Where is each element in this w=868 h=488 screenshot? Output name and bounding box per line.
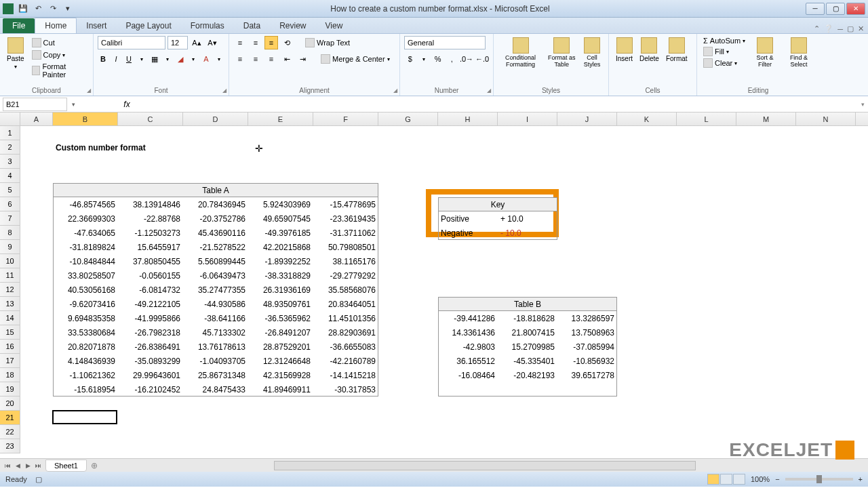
column-header-C[interactable]: C — [118, 113, 183, 125]
merge-center-button[interactable]: Merge & Center▾ — [319, 54, 392, 64]
table-a-cell[interactable]: -6.0814732 — [118, 283, 183, 297]
row-header-15[interactable]: 15 — [0, 325, 20, 340]
borders-button[interactable]: ▦ — [149, 52, 160, 66]
last-sheet-icon[interactable]: ⏭ — [33, 462, 43, 469]
row-header-8[interactable]: 8 — [0, 226, 20, 240]
table-a-cell[interactable]: 45.7133302 — [183, 325, 248, 340]
tab-formulas[interactable]: Formulas — [181, 18, 234, 33]
next-sheet-icon[interactable]: ▶ — [23, 462, 33, 469]
comma-button[interactable]: , — [446, 52, 458, 66]
table-a-cell[interactable]: 38.1165176 — [313, 254, 378, 268]
tab-view[interactable]: View — [316, 18, 353, 33]
table-a-cell[interactable]: -36.5365962 — [248, 311, 313, 325]
table-b-cell[interactable]: 15.2709985 — [498, 340, 557, 354]
row-header-10[interactable]: 10 — [0, 254, 20, 268]
table-b-cell[interactable]: 39.6517278 — [557, 368, 617, 382]
qat-dropdown-icon[interactable]: ▾ — [61, 2, 75, 16]
clear-button[interactable]: Clear▾ — [701, 58, 747, 68]
key-positive-label[interactable]: Positive — [438, 211, 498, 226]
align-top-icon[interactable]: ≡ — [233, 36, 247, 49]
table-a-cell[interactable]: -1.12503273 — [118, 226, 183, 240]
font-color-button[interactable]: A — [201, 52, 212, 66]
sheet-tab[interactable]: Sheet1 — [45, 460, 87, 472]
currency-dd-icon[interactable]: ▾ — [418, 52, 431, 66]
row-header-14[interactable]: 14 — [0, 311, 20, 325]
table-a-cell[interactable]: 49.65907545 — [248, 211, 313, 226]
decrease-decimal-icon[interactable]: ←.0 — [475, 52, 489, 66]
delete-cells-button[interactable]: Delete — [637, 36, 662, 64]
table-a-cell[interactable]: 33.53380684 — [53, 325, 118, 340]
font-size-input[interactable] — [167, 36, 188, 49]
table-a-cell[interactable]: -49.2122105 — [118, 297, 183, 311]
underline-dd-icon[interactable]: ▾ — [136, 52, 147, 66]
column-header-F[interactable]: F — [313, 113, 378, 125]
table-a-cell[interactable]: -1.10621362 — [53, 368, 118, 382]
decrease-indent-icon[interactable]: ⇤ — [280, 52, 294, 66]
row-header-6[interactable]: 6 — [0, 197, 20, 211]
key-positive-value[interactable]: + 10.0 — [498, 211, 557, 226]
horizontal-scrollbar[interactable] — [102, 460, 868, 471]
column-header-N[interactable]: N — [796, 113, 856, 125]
table-a-cell[interactable]: -29.2779292 — [313, 268, 378, 283]
table-a-cell[interactable]: -42.2160789 — [313, 354, 378, 368]
table-a-cell[interactable]: 13.76178613 — [183, 340, 248, 354]
column-header-B[interactable]: B — [53, 113, 118, 125]
align-middle-icon[interactable]: ≡ — [249, 36, 262, 49]
zoom-out-button[interactable]: − — [775, 475, 779, 483]
fx-button[interactable]: fx — [119, 100, 134, 109]
column-header-K[interactable]: K — [617, 113, 677, 125]
table-a-cell[interactable]: -38.641166 — [183, 311, 248, 325]
table-a-cell[interactable]: 35.58568076 — [313, 283, 378, 297]
row-header-5[interactable]: 5 — [0, 183, 20, 197]
row-header-18[interactable]: 18 — [0, 368, 20, 382]
paste-button[interactable]: Paste ▾ — [4, 36, 27, 79]
table-a-cell[interactable]: -9.62073416 — [53, 297, 118, 311]
new-sheet-button[interactable]: ⊕ — [87, 461, 102, 470]
increase-font-icon[interactable]: A▴ — [190, 36, 203, 49]
table-a-cell[interactable]: -30.317853 — [313, 382, 378, 396]
increase-decimal-icon[interactable]: .0→ — [460, 52, 473, 66]
autosum-button[interactable]: ΣAutoSum▾ — [701, 36, 747, 45]
help-icon[interactable]: ❔ — [824, 24, 833, 33]
table-a-cell[interactable]: 28.82903691 — [313, 325, 378, 340]
column-header-M[interactable]: M — [736, 113, 796, 125]
fill-color-button[interactable]: ◢ — [175, 52, 186, 66]
cells-area[interactable]: Custom number format✛Table A-46.85745653… — [20, 126, 868, 458]
normal-view-button[interactable] — [707, 474, 719, 485]
decrease-font-icon[interactable]: A▾ — [205, 36, 219, 49]
tab-page-layout[interactable]: Page Layout — [116, 18, 180, 33]
align-bottom-icon[interactable]: ≡ — [264, 36, 278, 49]
format-cells-button[interactable]: Format — [663, 36, 690, 64]
table-a-cell[interactable]: 20.82071878 — [53, 340, 118, 354]
table-a-cell[interactable]: 9.694835358 — [53, 311, 118, 325]
number-format-select[interactable] — [404, 36, 486, 49]
format-as-table-button[interactable]: Format as Table — [545, 36, 578, 70]
table-a-cell[interactable]: 5.560899445 — [183, 254, 248, 268]
tab-data[interactable]: Data — [234, 18, 270, 33]
table-a-cell[interactable]: 15.6455917 — [118, 240, 183, 254]
align-center-icon[interactable]: ≡ — [249, 52, 262, 66]
row-header-2[interactable]: 2 — [0, 140, 20, 155]
table-a-cell[interactable]: -23.3619435 — [313, 211, 378, 226]
table-a-cell[interactable]: 22.36699303 — [53, 211, 118, 226]
table-b-cell[interactable]: -10.856932 — [557, 354, 617, 368]
table-a-cell[interactable]: 50.79808501 — [313, 240, 378, 254]
table-a-cell[interactable]: 35.27477355 — [183, 283, 248, 297]
table-b-cell[interactable]: -39.441286 — [438, 311, 498, 325]
table-a-cell[interactable]: -1.04093705 — [183, 354, 248, 368]
table-b-cell[interactable]: 13.7508963 — [557, 325, 617, 340]
maximize-button[interactable]: ▢ — [826, 3, 845, 15]
column-header-J[interactable]: J — [557, 113, 617, 125]
select-all-corner[interactable] — [0, 113, 20, 125]
table-b-cell[interactable]: 13.3286597 — [557, 311, 617, 325]
table-a-cell[interactable]: -16.2102452 — [118, 382, 183, 396]
table-a-cell[interactable]: -14.1415218 — [313, 368, 378, 382]
find-select-button[interactable]: Find & Select — [783, 36, 815, 70]
table-a-cell[interactable]: 38.13914846 — [118, 197, 183, 211]
tab-insert[interactable]: Insert — [77, 18, 116, 33]
row-header-21[interactable]: 21 — [0, 411, 20, 425]
italic-button[interactable]: I — [111, 52, 121, 66]
table-a-cell[interactable]: -26.8386491 — [118, 340, 183, 354]
table-a-cell[interactable]: -31.8189824 — [53, 240, 118, 254]
workbook-minimize-icon[interactable]: ─ — [837, 25, 843, 33]
